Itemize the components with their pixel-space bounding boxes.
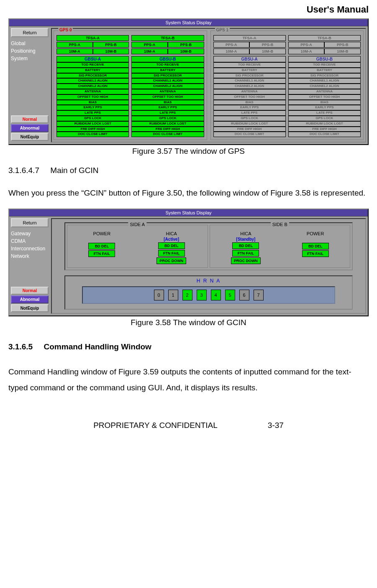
hrna-slot[interactable]: 6 [239,290,249,300]
hrna-slot[interactable]: 5 [225,290,235,300]
gbsu-item[interactable]: CHANNEL1 ALIGN [131,78,204,84]
gbsu-item[interactable]: ANTENNA [288,89,361,94]
gbsu-item[interactable]: CHANNEL2 ALIGN [56,84,129,89]
gbsu-item[interactable]: GPS LOCK [288,116,361,121]
gbsu-title[interactable]: GBSU-A [56,56,129,62]
gbsu-item[interactable]: FRE DIFF HIGH [288,127,361,132]
gbsu-item[interactable]: TOD RECEIVE [288,62,361,68]
gbsu-item[interactable]: LATE PPS [213,110,286,116]
gbsu-item[interactable]: ANTENNA [131,89,204,94]
pps-cell[interactable]: PPS-A [56,42,93,48]
proc-down-cell[interactable]: PROC DOWN [231,257,261,264]
tfsa-cell[interactable]: TFSA-B [288,35,361,41]
return-button[interactable]: Return [11,218,49,227]
pps-cell[interactable]: PPS-B [324,42,361,48]
tfsa-cell[interactable]: TFSA-A [213,35,286,41]
gbsu-item[interactable]: DOC CLOSE LIMIT [288,132,361,137]
pps-cell[interactable]: PPS-B [93,42,129,48]
gbsu-item[interactable]: OFFSET TOO HIGH [213,94,286,100]
gbsu-item[interactable]: DOC CLOSE LIMIT [131,132,204,137]
gbsu-item[interactable]: ANTENNA [213,89,286,94]
pps-cell[interactable]: PPS-A [213,42,250,48]
gbsu-item[interactable]: RUBIDIUM LOCK LOST [213,121,286,127]
bd-del-cell[interactable]: BD DEL [88,243,115,249]
gbsu-item[interactable]: OFFSET TOO HIGH [131,94,204,100]
gbsu-item[interactable]: OFFSET TOO HIGH [56,94,129,100]
gbsu-item[interactable]: RUBIDIUM LOCK LOST [131,121,204,127]
gbsu-item[interactable]: DOC CLOSE LIMIT [213,132,286,137]
gbsu-item[interactable]: OFFSET TOO HIGH [288,94,361,100]
pps-cell[interactable]: PPS-B [168,42,204,48]
hrna-slot[interactable]: 1 [168,290,178,300]
ftn-fail-cell[interactable]: FTN FAIL [158,250,185,257]
gbsu-item[interactable]: CHANNEL1 ALIGN [288,78,361,84]
gbsu-item[interactable]: TOD RECEIVE [131,62,204,68]
gbsu-item[interactable]: LATE PPS [288,110,361,116]
gbsu-item[interactable]: ANTENNA [56,89,129,94]
gbsu-item[interactable]: DOC CLOSE LIMIT [56,132,129,137]
tenm-cell[interactable]: 10M-B [93,48,129,54]
gbsu-item[interactable]: CHANNEL2 ALIGN [131,84,204,89]
gbsu-title[interactable]: GBSU-B [288,56,361,62]
return-button[interactable]: Return [11,28,49,37]
ftn-fail-cell[interactable]: FTN FAIL [88,250,115,257]
gbsu-item[interactable]: GPS LOCK [213,116,286,121]
tenm-cell[interactable]: 10M-A [288,48,325,54]
hrna-slot[interactable]: 2 [182,290,192,300]
gbsu-item[interactable]: BATTERY [131,68,204,73]
gbsu-item[interactable]: RUBIDIUM LOCK LOST [56,121,129,127]
tfsa-cell[interactable]: TFSA-B [131,35,204,41]
tenm-cell[interactable]: 10M-A [213,48,250,54]
gbsu-item[interactable]: EARLY PPS [288,105,361,110]
hrna-slot[interactable]: 0 [154,290,164,300]
gbsu-item[interactable]: FRE DIFF HIGH [213,127,286,132]
proc-down-cell[interactable]: PROC DOWN [156,257,186,264]
tfsa-cell[interactable]: TFSA-A [56,35,129,41]
tenm-cell[interactable]: 10M-A [56,48,93,54]
gbsu-item[interactable]: LATE PPS [131,110,204,116]
gbsu-item[interactable]: GPS LOCK [56,116,129,121]
tenm-cell[interactable]: 10M-A [131,48,168,54]
tenm-cell[interactable]: 10M-B [168,48,204,54]
pps-cell[interactable]: PPS-B [249,42,286,48]
gbsu-item[interactable]: FRE DIFF HIGH [56,127,129,132]
gbsu-item[interactable]: BATTERY [288,68,361,73]
gbsu-item[interactable]: EARLY PPS [56,105,129,110]
gbsu-title[interactable]: GBSU-A [213,56,286,62]
ftn-fail-cell[interactable]: FTN FAIL [232,250,259,257]
bd-del-cell[interactable]: BD DEL [158,242,185,249]
gbsu-item[interactable]: BIAS [56,100,129,105]
tenm-cell[interactable]: 10M-B [249,48,286,54]
gbsu-item[interactable]: TOD RECEIVE [56,62,129,68]
gbsu-item[interactable]: SIG PROCESSOR [288,73,361,79]
gbsu-item[interactable]: BIAS [213,100,286,105]
pps-cell[interactable]: PPS-A [131,42,168,48]
ftn-fail-cell[interactable]: FTN FAIL [302,250,329,257]
gbsu-item[interactable]: CHANNEL1 ALIGN [56,78,129,84]
gbsu-item[interactable]: TOD RECEIVE [213,62,286,68]
gbsu-item[interactable]: EARLY PPS [131,105,204,110]
gbsu-item[interactable]: RUBIDIUM LOCK LOST [288,121,361,127]
gbsu-item[interactable]: LATE PPS [56,110,129,116]
gbsu-item[interactable]: GPS LOCK [131,116,204,121]
gbsu-item[interactable]: EARLY PPS [213,105,286,110]
gbsu-item[interactable]: CHANNEL1 ALIGN [213,78,286,84]
gbsu-item[interactable]: FRE DIFF HIGH [131,127,204,132]
tenm-cell[interactable]: 10M-B [324,48,361,54]
gbsu-item[interactable]: SIG PROCESSOR [213,73,286,79]
gbsu-item[interactable]: CHANNEL2 ALIGN [288,84,361,89]
bd-del-cell[interactable]: BD DEL [232,242,259,249]
gbsu-item[interactable]: BATTERY [56,68,129,73]
gbsu-item[interactable]: BATTERY [213,68,286,73]
hrna-slot[interactable]: 7 [254,290,264,300]
hrna-slot[interactable]: 3 [197,290,207,300]
hrna-slot[interactable]: 4 [211,290,221,300]
bd-del-cell[interactable]: BD DEL [302,243,329,249]
gbsu-item[interactable]: CHANNEL2 ALIGN [213,84,286,89]
gbsu-title[interactable]: GBSU-B [131,56,204,62]
pps-cell[interactable]: PPS-A [288,42,325,48]
gbsu-item[interactable]: BIAS [288,100,361,105]
gbsu-item[interactable]: SIG PROCESSOR [131,73,204,79]
gbsu-item[interactable]: BIAS [131,100,204,105]
gbsu-item[interactable]: SIG PROCESSOR [56,73,129,79]
